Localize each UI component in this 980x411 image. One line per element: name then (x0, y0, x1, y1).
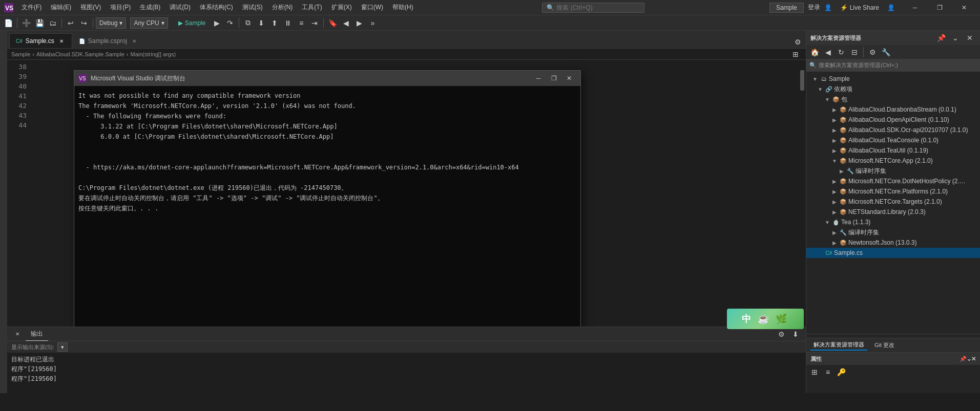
se-collapse-button[interactable]: ⊟ (848, 46, 861, 58)
menu-extensions[interactable]: 扩展(X) (327, 2, 356, 13)
properties-header: 属性 📌 ⌄ ✕ (806, 353, 980, 365)
debug-config-dropdown[interactable]: Debug ▾ (96, 17, 126, 29)
properties-list-button[interactable]: ≡ (822, 366, 834, 378)
live-share-button[interactable]: ⚡ Live Share (836, 3, 883, 12)
bookmark-prev-button[interactable]: ◀ (340, 17, 352, 29)
se-gear-button[interactable]: 🔧 (880, 46, 892, 58)
tree-item-pkg-2[interactable]: ▶ 📦 AlibabaCloud.OpenApiClient (0.1.10) (806, 115, 980, 125)
properties-grid-button[interactable]: ⊞ (808, 366, 821, 378)
sidebar-tab-solution-explorer[interactable]: 解决方案资源管理器 (810, 340, 867, 351)
tree-item-packages[interactable]: ▼ 📦 包 (806, 94, 980, 104)
se-chevron-button[interactable]: ⌄ (949, 32, 962, 44)
login-button[interactable]: 登录 (808, 3, 820, 12)
tab-settings-button[interactable]: ⚙ (791, 36, 804, 48)
column-button[interactable]: ≡ (295, 17, 307, 29)
redo-button[interactable]: ↪ (78, 17, 90, 29)
toolbar-separator-1 (17, 18, 17, 28)
menu-project[interactable]: 项目(P) (106, 2, 135, 13)
indent-button[interactable]: ⇥ (308, 17, 321, 29)
save-button[interactable]: 💾 (33, 17, 46, 29)
console-restore-button[interactable]: ❐ (547, 73, 561, 83)
cpu-config-dropdown[interactable]: Any CPU ▾ (130, 17, 168, 29)
undo-button[interactable]: ↩ (65, 17, 77, 29)
copy-button[interactable]: ⧉ (242, 17, 254, 29)
console-line-14: 按任意键关闭此窗口。. . . (78, 204, 576, 213)
compile-icon: 🔧 (846, 167, 854, 175)
menu-tools[interactable]: 工具(T) (298, 2, 326, 13)
main-layout: C# Sample.cs ✕ 📄 Sample.csproj ✕ ⚙ Sampl… (0, 31, 980, 393)
tree-item-compile-time[interactable]: ▶ 🔧 编译时序集 (806, 166, 980, 176)
menu-file[interactable]: 文件(F) (17, 2, 46, 13)
close-button[interactable]: ✕ (952, 0, 976, 15)
tree-item-netcore-app[interactable]: ▼ 📦 Microsoft.NETCore.App (2.1.0) (806, 156, 980, 166)
tab-output[interactable]: 输出 (26, 328, 48, 341)
more-button[interactable]: » (366, 17, 379, 29)
solution-explorer-search[interactable]: 🔍 搜索解决方案资源管理器(Ctrl+;) (806, 59, 980, 72)
tree-item-pkg-platforms[interactable]: ▶ 📦 Microsoft.NETCore.Platforms (2.1.0) (806, 186, 980, 197)
se-home-button[interactable]: 🏠 (808, 46, 821, 58)
menu-build[interactable]: 生成(B) (136, 2, 164, 13)
tree-item-pkg-1[interactable]: ▶ 📦 AlibabaCloud.DarabonbaStream (0.0.1) (806, 104, 980, 115)
se-refresh-button[interactable]: ↻ (835, 46, 847, 58)
output-settings-button[interactable]: ⚙ (775, 328, 787, 340)
console-line-2: The framework 'Microsoft.NETCore.App', v… (78, 101, 576, 111)
menu-view[interactable]: 视图(V) (76, 2, 105, 13)
editor-scrollbar[interactable] (799, 60, 806, 327)
tab-sample-cs[interactable]: C# Sample.cs ✕ (9, 33, 72, 48)
tree-item-sample-solution[interactable]: ▼ 🗂 Sample (806, 74, 980, 84)
tree-item-pkg-3[interactable]: ▶ 📦 AlibabaCloud.SDK.Ocr-api20210707 (3.… (806, 125, 980, 135)
menu-window[interactable]: 窗口(W) (357, 2, 387, 13)
bookmark-button[interactable]: 🔖 (326, 17, 339, 29)
step-out-button[interactable]: ⬆ (268, 17, 281, 29)
tab-sample-csproj[interactable]: 📄 Sample.csproj ✕ (72, 33, 145, 48)
breakpoint-button[interactable]: ⏸ (282, 17, 294, 29)
minimize-button[interactable]: ─ (903, 0, 927, 15)
tree-item-pkg-hostpolicy[interactable]: ▶ 📦 Microsoft.NETCore.DotNetHostPolicy (… (806, 176, 980, 186)
tree-item-pkg-netstandard[interactable]: ▶ 📦 NETStandard.Library (2.0.3) (806, 207, 980, 217)
global-search[interactable]: 🔍 (542, 3, 644, 13)
output-source-dropdown[interactable]: ▾ (57, 342, 68, 352)
tree-item-sample-cs[interactable]: C# Sample.cs (806, 248, 980, 258)
tree-item-pkg-targets[interactable]: ▶ 📦 Microsoft.NETCore.Targets (2.1.0) (806, 197, 980, 207)
menu-bar: 文件(F) 编辑(E) 视图(V) 项目(P) 生成(B) 调试(D) 体系结构… (17, 2, 418, 13)
tab-close-sample-cs[interactable]: ✕ (57, 37, 66, 45)
se-horizontal-scroll[interactable] (806, 334, 980, 338)
se-pin-button[interactable]: 📌 (935, 32, 947, 44)
output-close-button[interactable]: ✕ (11, 328, 24, 340)
menu-architecture[interactable]: 体系结构(C) (196, 2, 237, 13)
se-back-button[interactable]: ◀ (822, 46, 834, 58)
menu-debug[interactable]: 调试(D) (165, 2, 195, 13)
step-into-button[interactable]: ⬇ (255, 17, 267, 29)
se-filter-button[interactable]: ⚙ (866, 46, 879, 58)
tree-item-tea[interactable]: ▼ 🍵 Tea (1.1.3) (806, 217, 980, 227)
bookmark-next-button[interactable]: ▶ (353, 17, 365, 29)
breadcrumb-expand-button[interactable]: ⊞ (789, 48, 802, 60)
step-over-button[interactable]: ↷ (224, 17, 236, 29)
add-button[interactable]: ➕ (20, 17, 32, 29)
output-collapse-button[interactable]: ⬇ (789, 328, 802, 340)
menu-edit[interactable]: 编辑(E) (47, 2, 75, 13)
console-line-13: 要在调试停止时自动关闭控制台，请启用 "工具" -> "选项" -> "调试" … (78, 193, 576, 203)
console-minimize-button[interactable]: ─ (531, 73, 546, 83)
menu-help[interactable]: 帮助(H) (388, 2, 418, 13)
save-all-button[interactable]: 🗂 (47, 17, 59, 29)
new-file-button[interactable]: 📄 (2, 17, 14, 29)
sidebar-tab-git-changes[interactable]: Git 更改 (871, 340, 898, 350)
expand-arrow-pkg2: ▶ (831, 117, 838, 123)
search-input[interactable] (556, 4, 628, 11)
tree-item-dependencies[interactable]: ▼ 🔗 依赖项 (806, 84, 980, 94)
cs-file-icon: C# (16, 38, 23, 44)
restore-button[interactable]: ❐ (928, 0, 951, 15)
menu-analyze[interactable]: 分析(N) (268, 2, 297, 13)
tree-item-pkg-5[interactable]: ▶ 📦 AlibabaCloud.TeaUtil (0.1.19) (806, 145, 980, 156)
tree-item-pkg-4[interactable]: ▶ 📦 AlibabaCloud.TeaConsole (0.1.0) (806, 135, 980, 145)
tab-close-sample-csproj[interactable]: ✕ (130, 37, 138, 45)
properties-key-button[interactable]: 🔑 (835, 366, 847, 378)
se-settings-button[interactable]: ✕ (964, 32, 976, 44)
tree-item-tea-compile[interactable]: ▶ 🔧 编译时序集 (806, 227, 980, 237)
continue-button[interactable]: ▶ (211, 17, 223, 29)
run-button[interactable]: ▶ Sample (174, 18, 210, 28)
console-close-button[interactable]: ✕ (562, 73, 576, 83)
menu-test[interactable]: 测试(S) (238, 2, 267, 13)
tree-item-newtonsoft[interactable]: ▶ 📦 Newtonsoft.Json (13.0.3) (806, 237, 980, 248)
